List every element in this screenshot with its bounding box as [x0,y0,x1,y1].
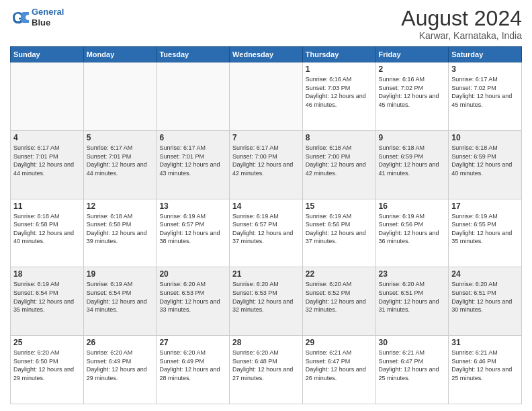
location: Karwar, Karnataka, India [401,30,522,41]
month-title: August 2024 [401,7,522,30]
day-info: Sunrise: 6:17 AM Sunset: 7:01 PM Dayligh… [87,144,154,177]
calendar-cell: 27Sunrise: 6:20 AM Sunset: 6:49 PM Dayli… [157,336,230,404]
logo-text: General Blue [32,7,64,28]
day-info: Sunrise: 6:19 AM Sunset: 6:57 PM Dayligh… [159,212,226,246]
day-info: Sunrise: 6:18 AM Sunset: 6:58 PM Dayligh… [13,212,81,246]
weekday-header-row: SundayMondayTuesdayWednesdayThursdayFrid… [11,47,522,62]
calendar-cell: 7Sunrise: 6:17 AM Sunset: 7:00 PM Daylig… [230,130,303,199]
day-info: Sunrise: 6:20 AM Sunset: 6:49 PM Dayligh… [159,349,226,382]
week-row-4: 18Sunrise: 6:19 AM Sunset: 6:54 PM Dayli… [11,267,522,336]
calendar-cell: 21Sunrise: 6:20 AM Sunset: 6:53 PM Dayli… [230,267,303,336]
day-info: Sunrise: 6:18 AM Sunset: 6:59 PM Dayligh… [451,144,519,177]
day-info: Sunrise: 6:19 AM Sunset: 6:54 PM Dayligh… [87,280,154,314]
calendar-cell: 6Sunrise: 6:17 AM Sunset: 7:01 PM Daylig… [157,130,230,199]
day-number: 17 [451,201,519,211]
calendar-cell: 16Sunrise: 6:19 AM Sunset: 6:56 PM Dayli… [375,199,449,267]
day-number: 16 [379,201,446,211]
day-number: 19 [87,269,154,279]
title-block: August 2024 Karwar, Karnataka, India [401,7,522,41]
day-number: 31 [451,338,519,347]
day-info: Sunrise: 6:20 AM Sunset: 6:50 PM Dayligh… [13,349,81,382]
calendar-cell: 14Sunrise: 6:19 AM Sunset: 6:57 PM Dayli… [230,199,303,267]
day-info: Sunrise: 6:18 AM Sunset: 7:00 PM Dayligh… [306,144,373,177]
day-number: 10 [451,133,519,142]
day-number: 6 [159,133,226,142]
day-info: Sunrise: 6:20 AM Sunset: 6:48 PM Dayligh… [232,349,300,382]
day-number: 29 [306,338,373,347]
calendar-cell: 19Sunrise: 6:19 AM Sunset: 6:54 PM Dayli… [83,267,157,336]
weekday-header-thursday: Thursday [302,47,375,62]
calendar-table: SundayMondayTuesdayWednesdayThursdayFrid… [10,46,522,404]
weekday-header-sunday: Sunday [11,47,84,62]
day-info: Sunrise: 6:19 AM Sunset: 6:56 PM Dayligh… [379,212,446,246]
day-info: Sunrise: 6:20 AM Sunset: 6:51 PM Dayligh… [451,280,519,314]
calendar-cell [83,62,157,131]
header: General Blue August 2024 Karwar, Karnata… [10,7,522,41]
day-number: 21 [232,269,300,279]
calendar-cell: 22Sunrise: 6:20 AM Sunset: 6:52 PM Dayli… [302,267,375,336]
calendar-cell: 10Sunrise: 6:18 AM Sunset: 6:59 PM Dayli… [449,130,522,199]
day-info: Sunrise: 6:21 AM Sunset: 6:46 PM Dayligh… [451,349,519,382]
calendar-cell: 26Sunrise: 6:20 AM Sunset: 6:49 PM Dayli… [83,336,157,404]
day-number: 3 [451,64,519,74]
day-number: 22 [306,269,373,279]
day-number: 5 [87,133,154,142]
day-info: Sunrise: 6:19 AM Sunset: 6:56 PM Dayligh… [306,212,373,246]
day-number: 13 [159,201,226,211]
calendar-cell: 17Sunrise: 6:19 AM Sunset: 6:55 PM Dayli… [449,199,522,267]
calendar-cell: 30Sunrise: 6:21 AM Sunset: 6:47 PM Dayli… [375,336,449,404]
calendar-cell: 4Sunrise: 6:17 AM Sunset: 7:01 PM Daylig… [11,130,84,199]
day-info: Sunrise: 6:21 AM Sunset: 6:47 PM Dayligh… [379,349,446,382]
day-number: 12 [87,201,154,211]
day-info: Sunrise: 6:16 AM Sunset: 7:03 PM Dayligh… [306,75,373,109]
day-number: 11 [13,201,81,211]
day-info: Sunrise: 6:18 AM Sunset: 6:58 PM Dayligh… [87,212,154,246]
day-info: Sunrise: 6:17 AM Sunset: 7:02 PM Dayligh… [451,75,519,109]
calendar-cell: 24Sunrise: 6:20 AM Sunset: 6:51 PM Dayli… [449,267,522,336]
calendar-cell: 28Sunrise: 6:20 AM Sunset: 6:48 PM Dayli… [230,336,303,404]
calendar-cell: 8Sunrise: 6:18 AM Sunset: 7:00 PM Daylig… [302,130,375,199]
day-info: Sunrise: 6:16 AM Sunset: 7:02 PM Dayligh… [379,75,446,109]
week-row-2: 4Sunrise: 6:17 AM Sunset: 7:01 PM Daylig… [11,130,522,199]
day-number: 28 [232,338,300,347]
page: General Blue August 2024 Karwar, Karnata… [0,0,532,411]
calendar-cell: 25Sunrise: 6:20 AM Sunset: 6:50 PM Dayli… [11,336,84,404]
logo-icon [10,8,29,27]
calendar-cell: 12Sunrise: 6:18 AM Sunset: 6:58 PM Dayli… [83,199,157,267]
day-number: 25 [13,338,81,347]
day-number: 4 [13,133,81,142]
calendar-cell: 15Sunrise: 6:19 AM Sunset: 6:56 PM Dayli… [302,199,375,267]
day-info: Sunrise: 6:20 AM Sunset: 6:51 PM Dayligh… [379,280,446,314]
logo: General Blue [10,7,64,28]
day-number: 15 [306,201,373,211]
day-info: Sunrise: 6:20 AM Sunset: 6:53 PM Dayligh… [159,280,226,314]
calendar-cell [230,62,303,131]
calendar-cell: 5Sunrise: 6:17 AM Sunset: 7:01 PM Daylig… [83,130,157,199]
week-row-3: 11Sunrise: 6:18 AM Sunset: 6:58 PM Dayli… [11,199,522,267]
day-info: Sunrise: 6:20 AM Sunset: 6:53 PM Dayligh… [232,280,300,314]
calendar-cell: 11Sunrise: 6:18 AM Sunset: 6:58 PM Dayli… [11,199,84,267]
day-number: 24 [451,269,519,279]
day-info: Sunrise: 6:19 AM Sunset: 6:57 PM Dayligh… [232,212,300,246]
day-number: 2 [379,64,446,74]
week-row-5: 25Sunrise: 6:20 AM Sunset: 6:50 PM Dayli… [11,336,522,404]
calendar-cell: 20Sunrise: 6:20 AM Sunset: 6:53 PM Dayli… [157,267,230,336]
day-number: 14 [232,201,300,211]
calendar-cell: 9Sunrise: 6:18 AM Sunset: 6:59 PM Daylig… [375,130,449,199]
week-row-1: 1Sunrise: 6:16 AM Sunset: 7:03 PM Daylig… [11,62,522,131]
day-number: 1 [306,64,373,74]
calendar-cell: 29Sunrise: 6:21 AM Sunset: 6:47 PM Dayli… [302,336,375,404]
day-number: 20 [159,269,226,279]
day-number: 26 [87,338,154,347]
calendar-cell [11,62,84,131]
weekday-header-friday: Friday [375,47,449,62]
day-info: Sunrise: 6:18 AM Sunset: 6:59 PM Dayligh… [379,144,446,177]
day-number: 27 [159,338,226,347]
calendar-cell [157,62,230,131]
day-number: 9 [379,133,446,142]
weekday-header-monday: Monday [83,47,157,62]
day-info: Sunrise: 6:17 AM Sunset: 7:01 PM Dayligh… [13,144,81,177]
calendar-cell: 3Sunrise: 6:17 AM Sunset: 7:02 PM Daylig… [449,62,522,131]
day-number: 7 [232,133,300,142]
weekday-header-tuesday: Tuesday [157,47,230,62]
